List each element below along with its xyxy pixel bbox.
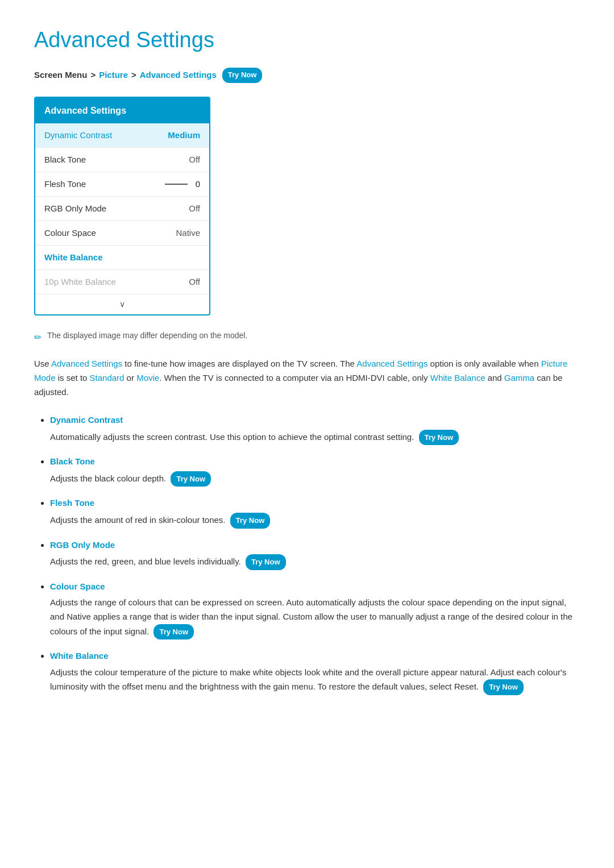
intro-link-movie[interactable]: Movie	[136, 373, 159, 383]
colour-space-link-auto[interactable]: Auto	[286, 597, 304, 607]
intro-link-gamma[interactable]: Gamma	[504, 373, 534, 383]
menu-value-black-tone: Off	[189, 153, 200, 167]
menu-label-white-balance: White Balance	[44, 251, 103, 264]
menu-label-flesh-tone: Flesh Tone	[44, 177, 86, 191]
bc-sep-2: >	[131, 68, 136, 82]
intro-link-white-balance[interactable]: White Balance	[430, 373, 486, 383]
menu-value-10p-white-balance: Off	[189, 275, 200, 289]
intro-text-mid3: is set to	[56, 373, 90, 383]
try-now-badge-white-balance[interactable]: Try Now	[483, 679, 524, 695]
list-item-black-tone: Black Tone Adjusts the black colour dept…	[50, 454, 580, 487]
white-balance-link-reset[interactable]: Reset	[454, 682, 476, 691]
menu-value-dynamic-contrast: Medium	[168, 128, 200, 142]
bc-sep-1: >	[90, 68, 96, 82]
page-title: Advanced Settings	[34, 23, 580, 57]
section-title-white-balance[interactable]: White Balance	[50, 651, 109, 661]
section-title-black-tone[interactable]: Black Tone	[50, 456, 95, 466]
menu-label-dynamic-contrast: Dynamic Contrast	[44, 128, 112, 142]
intro-text-mid6: and	[485, 373, 504, 383]
intro-text-mid1: to fine-tune how images are displayed on…	[122, 359, 356, 368]
section-desc-colour-space: Adjusts the range of colours that can be…	[50, 596, 580, 639]
menu-item-white-balance[interactable]: White Balance	[35, 246, 209, 270]
menu-item-dynamic-contrast[interactable]: Dynamic Contrast Medium	[35, 123, 209, 148]
note-row: ✏ The displayed image may differ dependi…	[34, 329, 580, 345]
sections-list: Dynamic Contrast Automatically adjusts t…	[34, 413, 580, 695]
list-item-rgb-only-mode: RGB Only Mode Adjusts the red, green, an…	[50, 538, 580, 570]
section-title-colour-space[interactable]: Colour Space	[50, 582, 105, 591]
menu-value-colour-space: Native	[176, 226, 200, 240]
intro-link-standard[interactable]: Standard	[90, 373, 125, 383]
intro-text-mid4: or	[124, 373, 136, 383]
list-item-colour-space: Colour Space Adjusts the range of colour…	[50, 579, 580, 640]
colour-space-link-custom[interactable]: Custom	[283, 612, 312, 621]
list-item-white-balance: White Balance Adjusts the colour tempera…	[50, 649, 580, 695]
colour-space-link-native[interactable]: Native	[67, 612, 91, 621]
menu-item-black-tone[interactable]: Black Tone Off	[35, 148, 209, 172]
menu-label-rgb-only-mode: RGB Only Mode	[44, 202, 106, 215]
section-desc-black-tone: Adjusts the black colour depth. Try Now	[50, 471, 580, 487]
try-now-badge-dynamic-contrast[interactable]: Try Now	[419, 430, 459, 445]
menu-item-10p-white-balance[interactable]: 10p White Balance Off	[35, 270, 209, 294]
menu-value-rgb-only-mode: Off	[189, 202, 200, 215]
section-desc-white-balance: Adjusts the colour temperature of the pi…	[50, 666, 580, 695]
note-text: The displayed image may differ depending…	[47, 329, 247, 342]
list-item-dynamic-contrast: Dynamic Contrast Automatically adjusts t…	[50, 413, 580, 445]
menu-chevron[interactable]: ∨	[35, 294, 209, 314]
pencil-icon: ✏	[34, 330, 42, 345]
intro-link-advanced-settings-2[interactable]: Advanced Settings	[356, 359, 428, 368]
intro-link-advanced-settings-1[interactable]: Advanced Settings	[51, 359, 122, 368]
menu-item-flesh-tone[interactable]: Flesh Tone 0	[35, 172, 209, 197]
intro-paragraph: Use Advanced Settings to fine-tune how i…	[34, 357, 580, 399]
menu-value-flesh-tone: 0	[196, 177, 200, 191]
menu-item-rgb-only-mode[interactable]: RGB Only Mode Off	[35, 197, 209, 221]
menu-label-colour-space: Colour Space	[44, 226, 96, 240]
bc-picture[interactable]: Picture	[99, 68, 128, 82]
menu-label-black-tone: Black Tone	[44, 153, 86, 167]
bc-advanced-settings[interactable]: Advanced Settings	[140, 68, 217, 82]
try-now-badge-colour-space[interactable]: Try Now	[154, 624, 194, 639]
try-now-badge-black-tone[interactable]: Try Now	[171, 471, 211, 487]
menu-item-colour-space[interactable]: Colour Space Native	[35, 221, 209, 246]
breadcrumb-try-now-badge[interactable]: Try Now	[222, 68, 263, 83]
section-title-flesh-tone[interactable]: Flesh Tone	[50, 498, 94, 508]
flesh-tone-line	[165, 184, 188, 185]
menu-header: Advanced Settings	[35, 98, 209, 124]
try-now-badge-flesh-tone[interactable]: Try Now	[230, 513, 271, 528]
breadcrumb: Screen Menu > Picture > Advanced Setting…	[34, 68, 580, 83]
section-title-rgb-only-mode[interactable]: RGB Only Mode	[50, 540, 115, 550]
menu-value-flesh-tone-group: 0	[165, 177, 200, 191]
intro-text-mid2: option is only available when	[428, 359, 541, 368]
section-title-dynamic-contrast[interactable]: Dynamic Contrast	[50, 415, 123, 425]
try-now-badge-rgb-only-mode[interactable]: Try Now	[246, 554, 286, 570]
section-desc-flesh-tone: Adjusts the amount of red in skin-colour…	[50, 513, 580, 528]
section-desc-rgb-only-mode: Adjusts the red, green, and blue levels …	[50, 554, 580, 570]
list-item-flesh-tone: Flesh Tone Adjusts the amount of red in …	[50, 496, 580, 528]
advanced-settings-menu: Advanced Settings Dynamic Contrast Mediu…	[34, 97, 210, 315]
bc-screen-menu: Screen Menu	[34, 68, 87, 82]
menu-label-10p-white-balance: 10p White Balance	[44, 275, 116, 289]
intro-text-before: Use	[34, 359, 51, 368]
chevron-down-icon: ∨	[119, 300, 125, 309]
section-desc-dynamic-contrast: Automatically adjusts the screen contras…	[50, 430, 580, 445]
intro-text-mid5: . When the TV is connected to a computer…	[159, 373, 430, 383]
